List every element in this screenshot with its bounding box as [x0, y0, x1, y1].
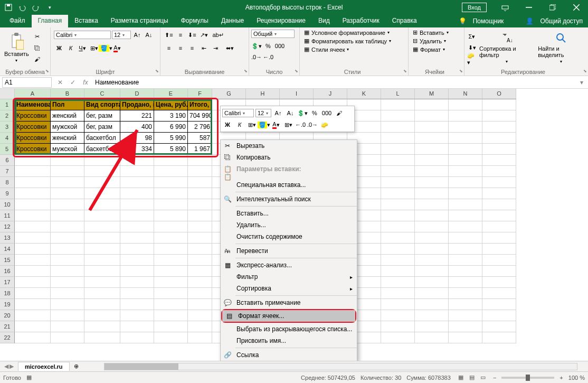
cell[interactable]: женский: [51, 133, 84, 144]
cell[interactable]: [120, 321, 154, 332]
cell[interactable]: Кроссовки: [15, 110, 51, 122]
cell[interactable]: [51, 288, 84, 299]
cell[interactable]: [449, 321, 482, 332]
fill-icon[interactable]: ⬇▾: [467, 43, 477, 53]
horizontal-scrollbar[interactable]: [104, 363, 577, 370]
cell[interactable]: [188, 155, 212, 166]
column-header[interactable]: F: [188, 89, 212, 99]
cell[interactable]: [381, 288, 415, 299]
mini-merge-icon[interactable]: ⊞▾: [283, 119, 293, 130]
cell[interactable]: [449, 332, 482, 343]
conditional-format-button[interactable]: ▦Условное форматирование▾: [302, 29, 392, 36]
align-left-icon[interactable]: ≡: [164, 43, 174, 53]
cell[interactable]: [449, 110, 482, 122]
cell[interactable]: [381, 199, 415, 210]
cell[interactable]: [51, 177, 84, 188]
cell[interactable]: [381, 232, 415, 244]
row-header[interactable]: 19: [0, 299, 15, 310]
cell[interactable]: [449, 288, 482, 299]
cell[interactable]: [51, 266, 84, 277]
cell[interactable]: [482, 110, 516, 122]
cell[interactable]: [15, 255, 51, 266]
row-header[interactable]: 21: [0, 321, 15, 332]
cell[interactable]: [15, 210, 51, 221]
align-bottom-icon[interactable]: ⬇≡: [187, 30, 197, 40]
cell[interactable]: [482, 288, 516, 299]
cell[interactable]: [449, 255, 482, 266]
ctx-paste-special[interactable]: Специальная вставка...: [221, 179, 357, 191]
cell[interactable]: [381, 188, 415, 199]
row-header[interactable]: 7: [0, 166, 15, 177]
mini-bold-button[interactable]: Ж: [222, 119, 233, 130]
italic-button[interactable]: К: [65, 43, 76, 53]
cell[interactable]: Итого, руб.: [188, 99, 212, 110]
column-header[interactable]: O: [482, 89, 516, 99]
cell[interactable]: 1 967: [188, 144, 212, 155]
cell[interactable]: [415, 332, 449, 343]
cell[interactable]: [449, 266, 482, 277]
cell[interactable]: [482, 133, 516, 144]
cell[interactable]: [482, 177, 516, 188]
cell[interactable]: [15, 232, 51, 244]
cell[interactable]: [120, 232, 154, 244]
align-top-icon[interactable]: ⬆≡: [164, 30, 174, 40]
row-header[interactable]: 20: [0, 310, 15, 321]
row-header[interactable]: 16: [0, 266, 15, 277]
cell[interactable]: [154, 299, 188, 310]
row-header[interactable]: 6: [0, 155, 15, 166]
cell[interactable]: [415, 221, 449, 232]
cell[interactable]: [188, 232, 212, 244]
cell[interactable]: [381, 110, 415, 122]
row-header[interactable]: 11: [0, 210, 15, 221]
sheet-nav-prev[interactable]: ◀: [4, 363, 8, 370]
cell[interactable]: [415, 321, 449, 332]
cell[interactable]: [482, 255, 516, 266]
cell[interactable]: [84, 188, 120, 199]
cell[interactable]: [415, 188, 449, 199]
cell[interactable]: [415, 277, 449, 288]
mini-font-combo[interactable]: Calibri: [222, 109, 254, 117]
cell[interactable]: [449, 310, 482, 321]
column-header[interactable]: J: [314, 89, 347, 99]
orientation-icon[interactable]: ↗▾: [198, 30, 209, 40]
cell[interactable]: [84, 244, 120, 255]
cell[interactable]: [381, 122, 415, 133]
cell[interactable]: [415, 144, 449, 155]
cell[interactable]: [120, 255, 154, 266]
ctx-paste-icon[interactable]: 📋: [221, 175, 357, 179]
cell[interactable]: [120, 210, 154, 221]
cell[interactable]: [15, 288, 51, 299]
cell[interactable]: [381, 221, 415, 232]
clear-icon[interactable]: 🧽▾: [467, 54, 477, 64]
cell[interactable]: [482, 299, 516, 310]
cell[interactable]: [154, 288, 188, 299]
ctx-insert[interactable]: Вставить...: [221, 208, 357, 219]
cell[interactable]: [482, 188, 516, 199]
zoom-slider[interactable]: [501, 377, 554, 379]
cell[interactable]: [51, 221, 84, 232]
cell[interactable]: [15, 299, 51, 310]
redo-icon[interactable]: [31, 2, 41, 13]
mini-comma-icon[interactable]: 000: [321, 108, 332, 118]
copy-icon[interactable]: ⿻: [32, 43, 43, 53]
row-header[interactable]: 22: [0, 332, 15, 343]
cell[interactable]: [415, 288, 449, 299]
cell[interactable]: [51, 199, 84, 210]
cell[interactable]: [120, 310, 154, 321]
mini-clear-icon[interactable]: 🧽: [319, 119, 330, 130]
cell[interactable]: [415, 177, 449, 188]
cancel-formula-icon[interactable]: ✕: [54, 79, 67, 86]
cell[interactable]: [415, 244, 449, 255]
cell[interactable]: [154, 332, 188, 343]
cell[interactable]: [188, 177, 212, 188]
cell[interactable]: [482, 199, 516, 210]
cell[interactable]: [449, 166, 482, 177]
align-right-icon[interactable]: ≡: [187, 43, 197, 53]
cell[interactable]: [51, 332, 84, 343]
cell[interactable]: 221: [120, 110, 154, 122]
column-header[interactable]: M: [415, 89, 449, 99]
mini-currency-icon[interactable]: 💲▾: [297, 108, 308, 118]
cell[interactable]: [51, 188, 84, 199]
cell[interactable]: Цена, руб.: [154, 99, 188, 110]
cell[interactable]: [15, 266, 51, 277]
